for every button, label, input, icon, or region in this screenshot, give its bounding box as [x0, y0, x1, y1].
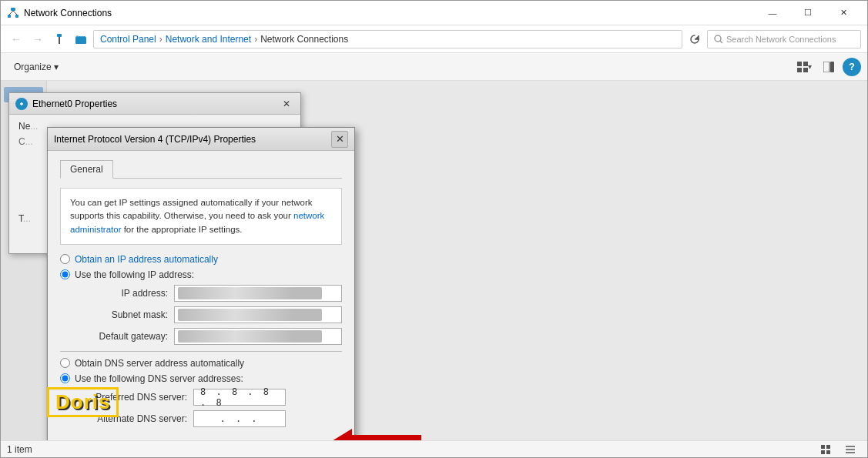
- ip-address-row: IP address:: [75, 285, 342, 302]
- status-right: [815, 439, 861, 459]
- gateway-value: [178, 330, 322, 343]
- folder-icon: [72, 30, 90, 48]
- svg-rect-21: [821, 450, 825, 454]
- status-view-btn-1[interactable]: [815, 439, 836, 459]
- preview-pane-button[interactable]: [818, 56, 840, 78]
- network-connections-icon: [7, 7, 19, 19]
- back-button[interactable]: ←: [7, 30, 25, 48]
- status-bar: 1 item: [1, 440, 867, 457]
- organize-button[interactable]: Organize ▾: [7, 56, 65, 78]
- description-box: You can get IP settings assigned automat…: [60, 188, 342, 245]
- path-current: Network Connections: [260, 34, 348, 45]
- svg-rect-20: [826, 445, 830, 449]
- subnet-mask-label: Subnet mask:: [75, 309, 168, 320]
- preferred-dns-value: 8 . 8 . 8 . 8: [200, 386, 279, 408]
- window-title: Network Connections: [24, 8, 112, 18]
- path-control-panel[interactable]: Control Panel: [100, 34, 156, 45]
- address-bar: ← → Control Panel › Network and Internet…: [1, 25, 867, 53]
- title-bar-controls: — ☐ ✕: [755, 1, 861, 25]
- svg-rect-7: [75, 37, 86, 44]
- auto-dns-radio[interactable]: [60, 358, 70, 368]
- auto-ip-label[interactable]: Obtain an IP address automatically: [75, 254, 218, 265]
- svg-rect-15: [830, 62, 834, 72]
- ethernet-dialog-icon: [15, 98, 28, 110]
- svg-point-8: [715, 35, 721, 42]
- search-box[interactable]: Search Network Connections: [707, 30, 861, 48]
- divider-1: [60, 351, 342, 352]
- maximize-button[interactable]: ☐: [790, 1, 826, 25]
- subnet-mask-row: Subnet mask:: [75, 306, 342, 323]
- refresh-button[interactable]: [685, 30, 704, 48]
- title-bar-left: Network Connections: [7, 7, 112, 19]
- subnet-mask-input[interactable]: [174, 306, 342, 323]
- arrow-head: [324, 429, 352, 440]
- svg-rect-5: [57, 34, 62, 37]
- arrow-body: [352, 435, 421, 440]
- help-button[interactable]: ?: [843, 58, 861, 76]
- status-view-btn-2[interactable]: [840, 439, 861, 459]
- svg-rect-2: [15, 15, 18, 18]
- manual-ip-label[interactable]: Use the following IP address:: [75, 269, 194, 280]
- status-item-count: 1 item: [7, 444, 32, 455]
- svg-rect-12: [797, 68, 802, 72]
- ipv4-dialog-titlebar: Internet Protocol Version 4 (TCP/IPv4) P…: [48, 128, 354, 151]
- toolbar-right: ▾ ?: [793, 56, 861, 78]
- auto-dns-label[interactable]: Obtain DNS server address automatically: [75, 358, 244, 369]
- gateway-row: Default gateway:: [75, 328, 342, 345]
- manual-ip-radio-item: Use the following IP address:: [60, 269, 342, 280]
- ethernet-dialog-title-left: Ethernet0 Properties: [15, 98, 117, 110]
- svg-rect-19: [821, 445, 825, 449]
- description-text-2: for the appropriate IP settings.: [121, 225, 242, 234]
- ip-address-label: IP address:: [75, 288, 168, 299]
- svg-rect-0: [11, 8, 15, 11]
- gateway-input[interactable]: [174, 328, 342, 345]
- svg-line-9: [720, 41, 722, 43]
- alternate-dns-value: . . .: [220, 413, 259, 424]
- manual-ip-radio[interactable]: [60, 269, 70, 279]
- ipv4-close-button[interactable]: ✕: [331, 131, 348, 148]
- content-area: Ethernet0 Properties ✕ Ne... C... T... I…: [1, 81, 867, 440]
- gateway-label: Default gateway:: [75, 331, 168, 342]
- toolbar: Organize ▾ ▾ ?: [1, 53, 867, 81]
- svg-rect-1: [8, 15, 11, 18]
- ethernet-dialog-title-text: Ethernet0 Properties: [32, 99, 117, 109]
- ip-radio-group: Obtain an IP address automatically Use t…: [60, 254, 342, 345]
- svg-line-3: [9, 11, 13, 15]
- svg-rect-22: [826, 450, 830, 454]
- address-path[interactable]: Control Panel › Network and Internet › N…: [93, 30, 682, 48]
- red-arrow: [324, 429, 421, 440]
- ip-fields-group: IP address: Subnet mask: D: [75, 285, 342, 345]
- preferred-dns-input[interactable]: 8 . 8 . 8 . 8: [193, 389, 286, 406]
- forward-button[interactable]: →: [28, 30, 47, 48]
- auto-ip-radio[interactable]: [60, 254, 70, 264]
- manual-dns-radio[interactable]: [60, 373, 70, 383]
- svg-rect-14: [823, 62, 829, 72]
- ethernet-dialog-close-button[interactable]: ✕: [279, 96, 294, 112]
- minimize-button[interactable]: —: [755, 1, 790, 25]
- svg-line-4: [13, 11, 17, 15]
- ipv4-dialog-title: Internet Protocol Version 4 (TCP/IPv4) P…: [54, 134, 256, 145]
- toolbar-left: Organize ▾: [7, 56, 65, 78]
- tab-strip: General: [60, 160, 342, 179]
- ethernet-dialog-titlebar: Ethernet0 Properties ✕: [9, 93, 300, 115]
- up-button[interactable]: [50, 30, 69, 48]
- manual-dns-radio-item: Use the following DNS server addresses:: [60, 373, 342, 384]
- description-text: You can get IP settings assigned automat…: [70, 198, 313, 220]
- view-dropdown-button[interactable]: ▾: [793, 56, 815, 78]
- manual-dns-label[interactable]: Use the following DNS server addresses:: [75, 373, 243, 384]
- title-bar: Network Connections — ☐ ✕: [1, 1, 867, 25]
- auto-ip-radio-item: Obtain an IP address automatically: [60, 254, 342, 265]
- close-button[interactable]: ✕: [826, 1, 861, 25]
- svg-rect-10: [797, 62, 802, 66]
- subnet-mask-value: [178, 309, 322, 321]
- ip-address-value: [178, 287, 322, 299]
- alternate-dns-input[interactable]: . . .: [193, 410, 286, 427]
- main-window: Network Connections — ☐ ✕ ← → Control Pa…: [0, 0, 868, 458]
- search-placeholder: Search Network Connections: [726, 35, 836, 44]
- auto-dns-radio-item: Obtain DNS server address automatically: [60, 358, 342, 369]
- path-network-internet[interactable]: Network and Internet: [166, 34, 251, 45]
- tab-general[interactable]: General: [60, 160, 113, 179]
- ip-address-input[interactable]: [174, 285, 342, 302]
- doris-watermark: Doris: [47, 387, 119, 417]
